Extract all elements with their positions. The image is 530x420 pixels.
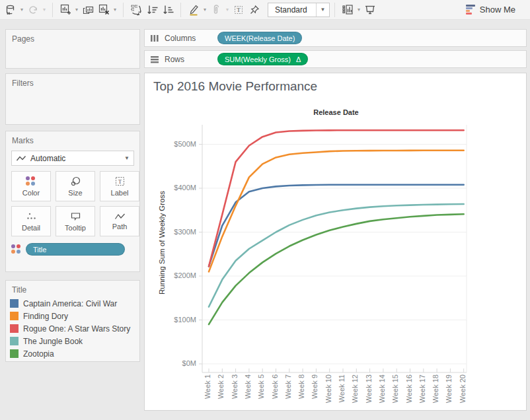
label-icon: T [114,176,126,187]
path-icon [114,213,126,221]
new-worksheet-caret[interactable]: ▾ [73,7,80,13]
fit-selector-caret[interactable]: ▼ [316,3,329,17]
columns-icon [145,34,165,42]
x-axis-tick-label: Week 3 [231,374,239,399]
text-label-icon[interactable]: T [231,2,246,18]
show-me-button[interactable]: Show Me [466,5,515,15]
pages-shelf[interactable]: Pages [5,29,140,69]
legend-item[interactable]: Captain America: Civil War [10,297,135,310]
show-me-label: Show Me [480,5,515,15]
color-button[interactable]: Color [11,171,51,201]
filters-shelf-label: Filters [6,74,139,90]
color-legend-card: Title Captain America: Civil War Finding… [5,280,140,362]
legend-swatch [10,324,19,333]
filters-shelf[interactable]: Filters [5,73,140,125]
y-axis-tick-label: $100M [145,316,196,324]
pin-icon[interactable] [246,2,262,18]
detail-icon [26,211,37,222]
table-calc-delta-badge: Δ [296,55,301,63]
series-line[interactable] [209,185,464,267]
presentation-mode-icon[interactable] [362,2,378,18]
x-axis-tick-label: Week 10 [324,374,332,403]
refresh-caret[interactable]: ▾ [41,7,48,13]
highlight-icon[interactable] [186,2,202,18]
color-encoding-icon [11,244,22,255]
marks-card-label: Marks [6,131,139,148]
swap-rows-columns-icon[interactable] [128,2,144,18]
show-mark-labels-caret[interactable]: ▾ [356,7,362,13]
columns-pill[interactable]: WEEK(Release Date) [217,32,302,44]
x-axis-tick-label: Week 15 [391,374,399,403]
line-mark-icon [12,155,30,162]
detail-button[interactable]: Detail [11,206,51,236]
legend-item[interactable]: The Jungle Book [10,335,135,347]
toolbar-separator [334,3,335,17]
y-axis-tick-label: $400M [145,184,196,192]
mark-type-caret[interactable]: ▼ [120,155,133,161]
size-button[interactable]: Size [56,171,95,201]
marks-card: Marks Automatic ▼ Color Size T Label [5,131,140,272]
y-axis-title[interactable]: Running Sum of Weekly Gross [158,120,168,366]
group-members-caret[interactable]: ▾ [224,7,231,13]
legend-swatch [10,337,19,345]
rows-icon [145,55,165,63]
x-axis-tick-label: Week 13 [365,374,373,403]
show-me-icon [466,5,475,15]
series-line[interactable] [209,214,464,324]
x-axis-tick-label: Week 20 [459,374,467,403]
tooltip-icon [70,211,81,222]
sheet-title[interactable]: Top 2016 Movie Performance [153,79,317,94]
x-axis-tick-label: Week 6 [271,374,279,399]
data-source-icon[interactable] [3,2,19,18]
legend-item[interactable]: Zootopia [10,347,135,360]
columns-shelf[interactable]: Columns WEEK(Release Date) [144,29,527,47]
series-line[interactable] [209,204,464,307]
x-axis-tick-label: Week 16 [405,374,413,403]
fit-selector[interactable]: Standard ▼ [268,3,330,17]
legend-item[interactable]: Rogue One: A Star Wars Story [10,322,135,335]
new-worksheet-icon[interactable] [57,2,73,18]
duplicate-sheet-icon[interactable] [80,2,96,18]
column-field-label[interactable]: Release Date [145,108,527,116]
x-axis-tick-label: Week 11 [338,374,346,402]
label-button[interactable]: T Label [100,171,139,201]
sort-ascending-icon[interactable] [144,2,160,18]
x-axis-tick-label: Week 17 [418,374,426,403]
svg-text:T: T [237,7,241,13]
clear-sheet-caret[interactable]: ▾ [112,7,118,13]
legend-swatch [10,299,19,308]
legend-item[interactable]: Finding Dory [10,310,135,322]
size-icon [70,176,81,187]
x-axis-tick-label: Week 5 [257,374,265,399]
refresh-icon[interactable] [25,2,41,18]
rows-shelf[interactable]: Rows SUM(Weekly Gross) Δ [144,50,527,68]
y-axis-tick-label: $200M [145,271,196,279]
clear-sheet-icon[interactable] [96,2,112,18]
fit-selector-value: Standard [268,5,316,15]
y-axis-tick-label: $500M [145,140,196,148]
show-mark-labels-icon[interactable] [340,2,356,18]
toolbar-separator [52,3,53,17]
legend-items: Captain America: Civil War Finding Dory … [6,296,139,361]
svg-text:T: T [118,178,122,185]
legend-swatch [10,312,19,320]
x-axis-tick-label: Week 12 [351,374,359,403]
data-source-caret[interactable]: ▾ [19,7,25,13]
path-button[interactable]: Path [100,206,139,236]
y-axis-tick-label: $0M [145,359,196,367]
x-axis-tick-label: Week 19 [445,374,453,403]
title-pill[interactable]: Title [26,243,125,256]
marks-buttons: Color Size T Label Detail Tooltip [11,171,134,236]
legend-swatch [10,349,19,358]
toolbar-separator [123,3,124,17]
sort-descending-icon[interactable] [160,2,176,18]
group-members-icon[interactable] [208,2,224,18]
rows-pill[interactable]: SUM(Weekly Gross) Δ [217,53,308,65]
mark-type-dropdown[interactable]: Automatic ▼ [11,151,134,166]
highlight-caret[interactable]: ▾ [202,7,208,13]
x-axis-tick-label: Week 14 [378,374,386,403]
x-axis-tick-label: Week 4 [244,374,252,399]
tooltip-button[interactable]: Tooltip [56,206,95,236]
toolbar: ▾ ▾ ▾ ▾ [0,0,530,20]
line-chart-plot[interactable] [199,120,471,378]
